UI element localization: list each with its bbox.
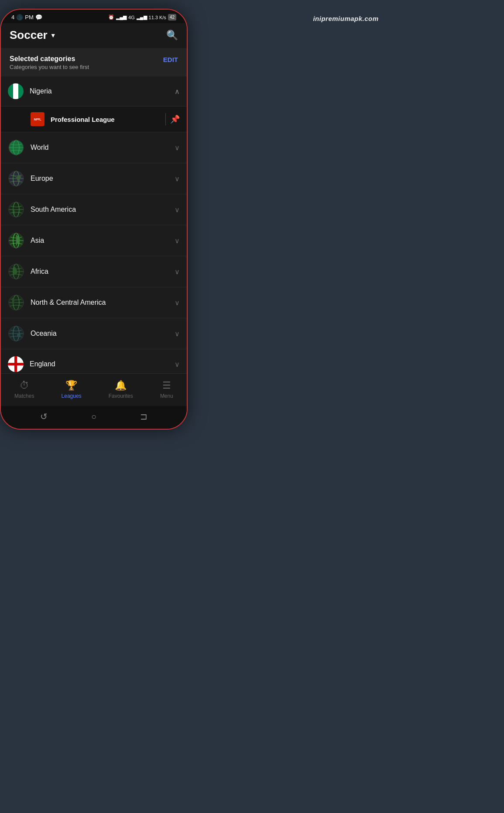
selected-categories-title: Selected categories — [10, 55, 89, 63]
watermark-container: inipremiumapk.com — [252, 9, 440, 25]
main-content: Selected categories Categories you want … — [1, 48, 187, 373]
world-region-item[interactable]: World ∨ — [1, 132, 187, 163]
pin-divider: 📌 — [165, 113, 180, 125]
asia-chevron-icon: ∨ — [175, 237, 180, 245]
england-region-item[interactable]: England ∨ — [1, 349, 187, 373]
matches-clock-icon: ⏱ — [20, 380, 29, 391]
leagues-label: Leagues — [62, 393, 82, 399]
asia-region-item[interactable]: Asia ∨ — [1, 225, 187, 256]
selected-categories-subtitle: Categories you want to see first — [10, 64, 89, 70]
matches-label: Matches — [14, 393, 34, 399]
status-right: ⏰ ▂▄▆ 4G ▂▄▆ 11.3 K/s 42 — [108, 14, 176, 21]
nav-menu[interactable]: ☰ Menu — [151, 378, 182, 401]
oceania-chevron-icon: ∨ — [175, 330, 180, 338]
favourites-bell-icon: 🔔 — [115, 380, 127, 391]
nigeria-flag-left — [8, 83, 13, 99]
africa-region-item[interactable]: Africa ∨ — [1, 256, 187, 287]
android-back-icon[interactable]: ↺ — [40, 411, 48, 422]
world-globe-icon — [8, 139, 24, 156]
south-america-region-name: South America — [31, 206, 168, 214]
divider-line — [165, 113, 166, 125]
south-america-chevron-icon: ∨ — [175, 206, 180, 214]
europe-region-name: Europe — [31, 175, 168, 183]
watermark-text: inipremiumapk.com — [313, 15, 378, 22]
nav-favourites[interactable]: 🔔 Favourites — [100, 378, 142, 401]
menu-label: Menu — [160, 393, 173, 399]
nigeria-chevron-up-icon: ∧ — [175, 87, 180, 96]
nigeria-flag-icon — [8, 83, 24, 99]
nigeria-region-name: Nigeria — [30, 87, 168, 95]
africa-globe-icon — [8, 263, 24, 280]
league-name: Professional League — [51, 116, 159, 123]
network-speed: 11.3 K/s — [149, 15, 166, 20]
time-icon: 🌑 — [16, 14, 23, 21]
signal-bars-2: ▂▄▆ — [137, 14, 147, 20]
england-flag-icon — [8, 356, 24, 372]
asia-globe-icon — [8, 232, 24, 249]
pin-icon[interactable]: 📌 — [170, 114, 180, 124]
oceania-region-item[interactable]: Oceania ∨ — [1, 318, 187, 349]
svg-point-27 — [17, 334, 21, 337]
north-central-america-chevron-icon: ∨ — [175, 299, 180, 307]
oceania-globe-icon — [8, 325, 24, 342]
selected-categories-banner: Selected categories Categories you want … — [1, 48, 187, 76]
nigeria-region-item[interactable]: Nigeria ∧ — [1, 76, 187, 107]
chat-icon: 💬 — [35, 14, 42, 21]
time-display: 4 — [11, 14, 14, 21]
north-central-america-region-item[interactable]: North & Central America ∨ — [1, 287, 187, 318]
battery-level: 42 — [170, 15, 175, 20]
alarm-icon: ⏰ — [108, 14, 114, 20]
nigeria-flag-right — [18, 83, 24, 99]
leagues-trophy-icon: 🏆 — [65, 380, 77, 391]
africa-chevron-icon: ∨ — [175, 268, 180, 276]
battery-indicator: 42 — [168, 14, 176, 21]
europe-chevron-icon: ∨ — [175, 175, 180, 183]
signal-bars: ▂▄▆ — [116, 14, 127, 20]
world-region-name: World — [31, 144, 168, 152]
north-central-america-globe-icon — [8, 294, 24, 311]
network-type: 4G — [128, 15, 135, 20]
regions-list: Nigeria ∧ NPFL Professional League 📌 — [1, 76, 187, 373]
search-icon[interactable]: 🔍 — [166, 30, 178, 41]
south-america-region-item[interactable]: South America ∨ — [1, 194, 187, 225]
asia-region-name: Asia — [31, 237, 168, 245]
android-home-icon[interactable]: ○ — [91, 412, 96, 422]
nav-leagues[interactable]: 🏆 Leagues — [53, 378, 90, 401]
status-bar: 4 🌑 PM 💬 ⏰ ▂▄▆ 4G ▂▄▆ 11.3 K/s 42 — [1, 10, 187, 23]
europe-region-item[interactable]: Europe ∨ — [1, 163, 187, 194]
app-header: Soccer ▼ 🔍 — [1, 23, 187, 48]
menu-icon: ☰ — [162, 380, 171, 391]
npfl-logo-icon: NPFL — [31, 112, 45, 126]
north-central-america-region-name: North & Central America — [31, 299, 168, 307]
time-suffix: PM — [25, 14, 34, 21]
android-recents-icon[interactable]: ⊐ — [140, 411, 147, 422]
favourites-label: Favourites — [109, 393, 133, 399]
oceania-region-name: Oceania — [31, 330, 168, 338]
dropdown-arrow-icon: ▼ — [50, 32, 56, 39]
world-chevron-icon: ∨ — [175, 144, 180, 152]
status-left: 4 🌑 PM 💬 — [11, 14, 42, 21]
app-title-text: Soccer — [10, 28, 48, 42]
bottom-navigation: ⏱ Matches 🏆 Leagues 🔔 Favourites ☰ Menu — [1, 373, 187, 406]
nigeria-flag-center — [13, 83, 18, 99]
england-chevron-icon: ∨ — [175, 360, 180, 369]
england-cross — [8, 356, 24, 372]
england-region-name: England — [30, 360, 168, 368]
edit-button[interactable]: EDIT — [163, 55, 178, 63]
nav-matches[interactable]: ⏱ Matches — [6, 378, 43, 401]
selected-categories-text: Selected categories Categories you want … — [10, 55, 89, 70]
phone-frame: 4 🌑 PM 💬 ⏰ ▂▄▆ 4G ▂▄▆ 11.3 K/s 42 Soccer… — [0, 9, 188, 430]
europe-globe-icon — [8, 170, 24, 187]
south-america-globe-icon — [8, 201, 24, 218]
professional-league-item[interactable]: NPFL Professional League 📌 — [1, 107, 187, 132]
app-title-group[interactable]: Soccer ▼ — [10, 28, 56, 42]
africa-region-name: Africa — [31, 268, 168, 276]
android-navigation: ↺ ○ ⊐ — [1, 406, 187, 429]
